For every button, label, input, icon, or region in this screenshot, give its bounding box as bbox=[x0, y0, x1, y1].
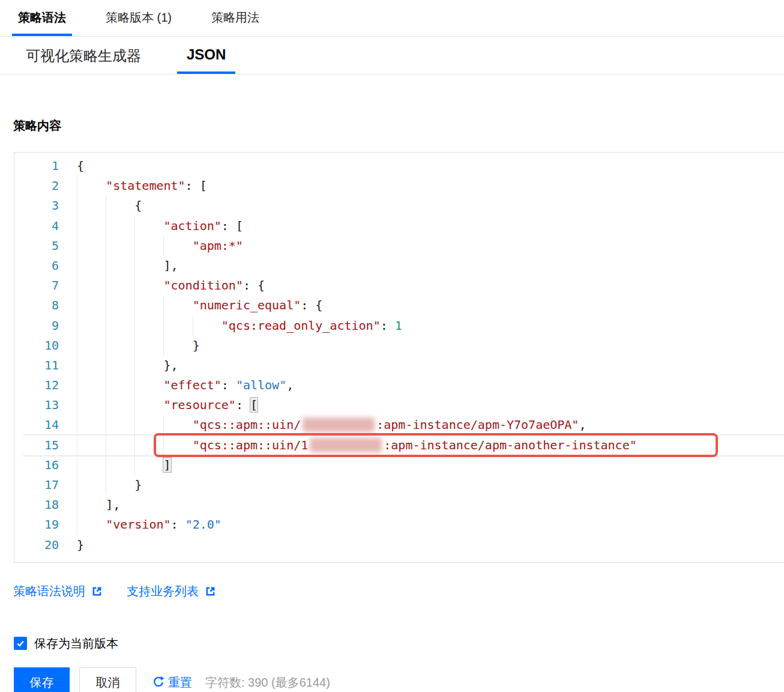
tab-json[interactable]: JSON bbox=[177, 37, 235, 74]
line-number: 5 bbox=[14, 236, 77, 256]
code-line[interactable]: 20} bbox=[14, 535, 784, 555]
code-text: ] bbox=[77, 455, 784, 475]
indent-guide bbox=[77, 176, 106, 196]
code-token: }, bbox=[163, 358, 178, 372]
indent-guide bbox=[106, 415, 134, 435]
indent-guide bbox=[106, 336, 134, 356]
supported-services-link[interactable]: 支持业务列表 bbox=[127, 583, 216, 599]
indent-guide bbox=[106, 395, 134, 415]
indent-guide bbox=[77, 436, 106, 455]
reset-label: 重置 bbox=[168, 675, 192, 691]
indent-guide bbox=[106, 375, 134, 395]
tab-policy-syntax[interactable]: 策略语法 bbox=[12, 0, 72, 36]
indent-guide bbox=[106, 316, 134, 336]
save-version-row: 保存为当前版本 bbox=[14, 636, 784, 652]
code-token: "statement" bbox=[106, 178, 185, 193]
code-line[interactable]: 5"apm:*" bbox=[14, 236, 784, 256]
policy-syntax-doc-link[interactable]: 策略语法说明 bbox=[13, 583, 103, 599]
code-token: ] bbox=[163, 458, 170, 472]
code-line[interactable]: 12"effect": "allow", bbox=[14, 375, 784, 395]
code-text: { bbox=[77, 156, 784, 176]
tab-policy-usage[interactable]: 策略用法 bbox=[205, 0, 265, 36]
code-token: , bbox=[286, 378, 294, 392]
save-version-checkbox[interactable] bbox=[14, 637, 27, 650]
indent-guide bbox=[134, 356, 163, 375]
cancel-button[interactable]: 取消 bbox=[79, 667, 136, 692]
code-line[interactable]: 1{ bbox=[14, 156, 784, 176]
code-token: "effect" bbox=[163, 378, 221, 392]
line-number: 6 bbox=[14, 256, 77, 276]
policy-json-editor[interactable]: 1{2"statement": [3{4"action": [5"apm:*"6… bbox=[14, 152, 784, 563]
code-line[interactable]: 7"condition": { bbox=[14, 276, 784, 296]
indent-guide bbox=[77, 196, 106, 216]
code-line[interactable]: 13"resource": [ bbox=[14, 395, 784, 415]
code-line[interactable]: 19"version": "2.0" bbox=[14, 515, 784, 535]
save-version-label: 保存为当前版本 bbox=[34, 636, 118, 652]
code-token: : bbox=[171, 517, 185, 532]
indent-guide bbox=[106, 256, 134, 276]
external-link-icon bbox=[91, 586, 103, 597]
code-text: "condition": { bbox=[77, 276, 784, 296]
code-line[interactable]: 2"statement": [ bbox=[14, 176, 784, 196]
line-number: 13 bbox=[14, 395, 77, 415]
reset-button[interactable]: 重置 bbox=[152, 675, 192, 691]
indent-guide bbox=[106, 196, 134, 216]
code-line[interactable]: 10} bbox=[14, 336, 784, 356]
doc-links: 策略语法说明 支持业务列表 bbox=[13, 583, 784, 599]
code-token: ], bbox=[106, 497, 120, 512]
code-text: "qcs::apm::uin/:apm-instance/apm-Y7o7aeO… bbox=[77, 415, 784, 435]
line-number: 12 bbox=[14, 375, 77, 395]
indent-guide bbox=[106, 356, 134, 375]
line-number: 19 bbox=[14, 515, 77, 535]
code-line[interactable]: 8"numeric_equal": { bbox=[14, 296, 784, 315]
code-token: } bbox=[77, 538, 84, 552]
char-count: 字符数: 390 (最多6144) bbox=[205, 675, 330, 691]
indent-guide bbox=[77, 455, 106, 475]
indent-guide bbox=[134, 336, 163, 356]
code-line[interactable]: 15"qcs::apm::uin/1:apm-instance/apm-anot… bbox=[14, 436, 784, 455]
code-text: } bbox=[77, 475, 784, 495]
indent-guide bbox=[77, 316, 106, 336]
line-number: 1 bbox=[14, 156, 77, 176]
indent-guide bbox=[163, 296, 192, 315]
indent-guide bbox=[134, 296, 163, 315]
code-token: [ bbox=[250, 398, 258, 412]
code-text: "qcs::apm::uin/1:apm-instance/apm-anothe… bbox=[77, 436, 784, 455]
indent-guide bbox=[77, 256, 106, 276]
tab-visual-policy-builder[interactable]: 可视化策略生成器 bbox=[16, 37, 151, 74]
indent-guide bbox=[134, 375, 163, 395]
code-token: "numeric_equal" bbox=[193, 298, 301, 312]
line-number: 10 bbox=[14, 336, 77, 356]
code-line[interactable]: 14"qcs::apm::uin/:apm-instance/apm-Y7o7a… bbox=[14, 415, 784, 435]
indent-guide bbox=[77, 475, 106, 495]
code-line[interactable]: 11}, bbox=[14, 356, 784, 375]
code-line[interactable]: 6], bbox=[14, 256, 784, 276]
code-token: : [ bbox=[222, 219, 243, 233]
code-token: :apm-instance/apm-Y7o7aeOPA" bbox=[376, 417, 579, 432]
check-icon bbox=[16, 639, 25, 648]
code-text: ], bbox=[77, 495, 784, 515]
indent-guide bbox=[106, 216, 134, 236]
code-token: "2.0" bbox=[185, 517, 222, 532]
code-line[interactable]: 3{ bbox=[14, 196, 784, 216]
code-line[interactable]: 18], bbox=[14, 495, 784, 515]
code-line[interactable]: 4"action": [ bbox=[14, 216, 784, 236]
indent-guide bbox=[134, 436, 163, 455]
indent-guide bbox=[77, 415, 106, 435]
code-text: }, bbox=[77, 356, 784, 375]
tab-policy-versions[interactable]: 策略版本 (1) bbox=[100, 0, 178, 36]
indent-guide bbox=[106, 475, 134, 495]
line-number: 11 bbox=[14, 356, 77, 375]
indent-guide bbox=[77, 495, 106, 515]
code-text: } bbox=[77, 336, 784, 356]
code-token: "resource" bbox=[163, 398, 235, 412]
indent-guide bbox=[77, 375, 106, 395]
indent-guide bbox=[134, 216, 163, 236]
code-text: ], bbox=[77, 256, 784, 276]
save-button[interactable]: 保存 bbox=[14, 667, 70, 692]
code-line[interactable]: 9"qcs:read_only_action": 1 bbox=[14, 316, 784, 336]
line-number: 3 bbox=[14, 196, 77, 216]
code-line[interactable]: 16] bbox=[14, 455, 784, 475]
code-line[interactable]: 17} bbox=[14, 475, 784, 495]
external-link-icon bbox=[205, 586, 216, 597]
